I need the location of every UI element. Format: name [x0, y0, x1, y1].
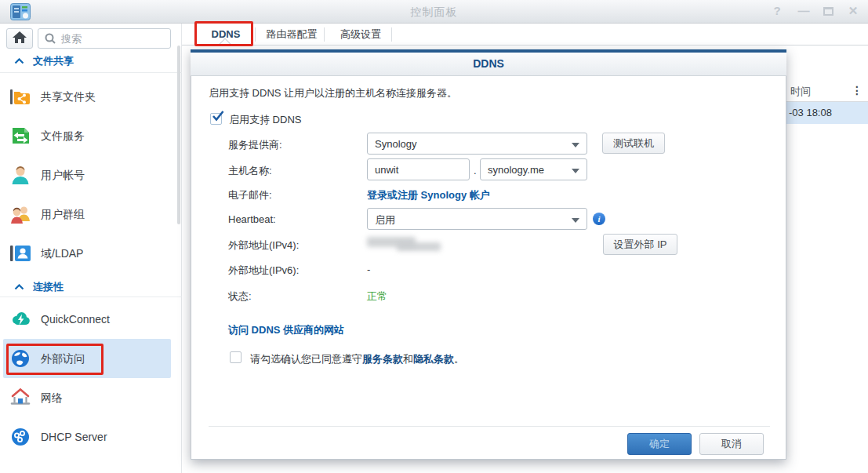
ipv6-label: 外部地址(IPv6): [228, 264, 299, 278]
control-panel-window: 控制面板 ? — ✕ 文件共享 [0, 0, 868, 473]
chevron-down-icon [572, 218, 579, 223]
tab-separator [391, 27, 392, 42]
ddns-provider-site-link[interactable]: 访问 DDNS 供应商的网站 [228, 323, 344, 337]
hotspot-icon [9, 465, 31, 473]
shared-folder-icon [9, 86, 31, 107]
cancel-button[interactable]: 取消 [699, 433, 764, 455]
sidebar-item-shared-folder[interactable]: 共享文件夹 [0, 77, 182, 116]
search-box[interactable] [38, 28, 171, 49]
background-table-header: 时间 ⋮ [786, 81, 868, 102]
quickconnect-cloud-icon [9, 308, 31, 330]
divider [0, 297, 182, 297]
agree-terms-text: 请勾选确认您已同意遵守服务条款和隐私条款。 [250, 352, 464, 366]
dialog-title: DDNS [191, 53, 786, 75]
heartbeat-select[interactable]: 启用 [367, 208, 587, 230]
tab-separator [255, 27, 256, 42]
chevron-down-icon [572, 143, 579, 147]
user-icon [9, 164, 31, 186]
table-cell-time: -03 18:08 [789, 107, 832, 118]
ipv4-masked-value [397, 242, 441, 251]
ipv4-label: 外部地址(IPv4): [228, 238, 299, 253]
ddns-dialog: DDNS 启用支持 DDNS 让用户以注册的主机名称连接服务器。 启用支持 DD… [191, 49, 786, 460]
search-icon [44, 32, 56, 45]
sidebar-item-partial-bottom[interactable]: 无线热点 [0, 457, 182, 473]
window-titlebar: 控制面板 ? — ✕ [0, 0, 868, 24]
info-icon[interactable]: i [593, 213, 605, 225]
dialog-header: DDNS [191, 53, 786, 76]
ipv6-value: - [367, 264, 370, 275]
tab-advanced-settings[interactable]: 高级设置 [331, 24, 390, 45]
heartbeat-label: Heartbeat: [228, 213, 276, 225]
tab-router-config[interactable]: 路由器配置 [260, 24, 323, 45]
terms-of-service-link[interactable]: 服务条款 [362, 353, 403, 365]
sidebar-item-user[interactable]: 用户帐号 [0, 155, 182, 195]
chevron-up-icon [14, 58, 24, 64]
enable-ddns-label: 启用支持 DDNS [229, 113, 301, 127]
home-button[interactable] [6, 28, 33, 49]
ok-button[interactable]: 确定 [627, 433, 692, 455]
status-label: 状态: [228, 289, 252, 304]
external-access-globe-icon [9, 347, 31, 369]
column-header-time: 时间 [790, 85, 811, 99]
domain-ldap-icon [9, 242, 31, 264]
email-label: 电子邮件: [228, 188, 272, 202]
chevron-up-icon [14, 284, 24, 290]
provider-label: 服务提供商: [228, 138, 282, 152]
users-group-icon [9, 203, 31, 225]
minimize-button[interactable]: — [797, 4, 811, 18]
maximize-button[interactable] [823, 7, 833, 16]
sidebar-item-domain-ldap[interactable]: 域/LDAP [0, 234, 182, 273]
close-button[interactable]: ✕ [846, 4, 860, 18]
sidebar-item-file-services[interactable]: 文件服务 [0, 116, 182, 155]
footer-divider [209, 426, 770, 427]
synology-account-link[interactable]: 登录或注册 Synology 帐户 [367, 188, 490, 202]
divider [0, 72, 182, 73]
hostname-input[interactable] [367, 158, 470, 180]
column-menu-icon[interactable]: ⋮ [852, 84, 863, 96]
hostname-label: 主机名称: [228, 164, 272, 178]
file-service-icon [9, 125, 31, 147]
tab-bar: DDNS 路由器配置 高级设置 [182, 24, 868, 45]
provider-select[interactable]: Synology [367, 133, 587, 155]
tab-separator [324, 27, 325, 42]
background-table-row[interactable]: -03 18:08 [786, 102, 868, 124]
sidebar-item-dhcp-server[interactable]: DHCP Server [0, 417, 182, 457]
sidebar-section-connectivity[interactable]: 连接性 [0, 279, 182, 295]
privacy-terms-link[interactable]: 隐私条款 [413, 353, 454, 365]
chevron-down-icon [572, 169, 579, 173]
sidebar-item-user-group[interactable]: 用户群组 [0, 195, 182, 234]
hostname-dot-separator: . [474, 165, 477, 176]
sidebar-scrollbar[interactable] [177, 45, 180, 224]
status-value: 正常 [367, 289, 387, 304]
network-home-icon [9, 387, 31, 409]
help-button[interactable]: ? [770, 4, 784, 18]
agree-terms-checkbox[interactable] [230, 351, 242, 363]
home-icon [12, 31, 27, 47]
enable-ddns-checkbox[interactable] [210, 113, 222, 125]
domain-select[interactable]: synology.me [480, 158, 587, 180]
sidebar-item-network[interactable]: 网络 [0, 378, 182, 417]
search-input[interactable] [61, 33, 155, 45]
ddns-intro-text: 启用支持 DDNS 让用户以注册的主机名称连接服务器。 [209, 86, 457, 100]
set-external-ip-button[interactable]: 设置外部 IP [603, 234, 677, 255]
checkmark-icon [211, 109, 225, 126]
sidebar: 文件共享 共享文件夹 [0, 24, 182, 473]
sidebar-section-file-sharing[interactable]: 文件共享 [0, 53, 182, 69]
test-connection-button[interactable]: 测试联机 [602, 133, 665, 154]
active-tab-notch [216, 37, 234, 45]
dhcp-server-icon [9, 426, 31, 448]
sidebar-item-quickconnect[interactable]: QuickConnect [0, 300, 182, 339]
window-title: 控制面板 [0, 5, 868, 20]
sidebar-item-external-access[interactable]: 外部访问 [3, 339, 171, 378]
